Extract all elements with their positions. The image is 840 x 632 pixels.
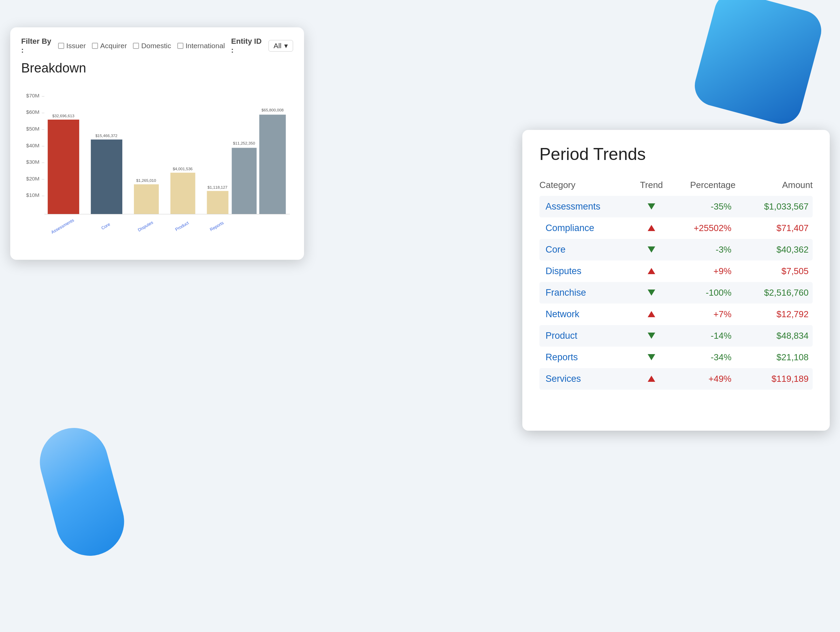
- checkbox-international[interactable]: [177, 43, 183, 49]
- filter-bar: Filter By : Issuer Acquirer Domestic Int…: [21, 37, 293, 55]
- trend-down-icon: [648, 333, 655, 339]
- trend-cell: [635, 260, 668, 282]
- pct-cell: +7%: [668, 304, 736, 325]
- svg-text:Disputes: Disputes: [137, 220, 154, 233]
- trend-cell: [635, 196, 668, 217]
- trends-row-network: Network+7%$12,792: [539, 304, 813, 325]
- trends-row-services: Services+49%$119,189: [539, 368, 813, 390]
- svg-text:Product: Product: [174, 220, 189, 232]
- svg-text:Reports: Reports: [209, 220, 224, 232]
- filter-issuer[interactable]: Issuer: [58, 42, 86, 50]
- trend-cell: [635, 217, 668, 239]
- trend-down-icon: [648, 290, 655, 296]
- breakdown-card: Filter By : Issuer Acquirer Domestic Int…: [10, 27, 304, 260]
- filter-acquirer[interactable]: Acquirer: [92, 42, 127, 50]
- svg-text:$15,466,372: $15,466,372: [95, 133, 117, 138]
- breakdown-chart: $70M $60M $50M $40M $30M $20M $10M $32,6…: [21, 82, 293, 246]
- trends-table: Category Trend Percentage Amount Assessm…: [539, 176, 813, 390]
- amount-cell: $21,108: [736, 347, 813, 368]
- trends-row-assessments: Assessments-35%$1,033,567: [539, 196, 813, 217]
- trend-up-icon: [648, 311, 655, 317]
- trend-down-icon: [648, 246, 655, 253]
- category-link-core[interactable]: Core: [546, 244, 566, 255]
- trends-row-product: Product-14%$48,834: [539, 325, 813, 347]
- trends-row-core: Core-3%$40,362: [539, 239, 813, 260]
- col-header-trend: Trend: [635, 176, 668, 196]
- svg-text:$30M: $30M: [26, 159, 39, 165]
- category-link-services[interactable]: Services: [546, 374, 581, 384]
- entity-id-label: Entity ID :: [231, 37, 262, 55]
- trends-row-reports: Reports-34%$21,108: [539, 347, 813, 368]
- trend-down-icon: [648, 203, 655, 209]
- amount-cell: $7,505: [736, 260, 813, 282]
- pct-cell: +9%: [668, 260, 736, 282]
- filter-domestic-label: Domestic: [141, 42, 171, 50]
- category-link-network[interactable]: Network: [546, 309, 579, 319]
- svg-rect-14: [48, 120, 79, 214]
- category-link-franchise[interactable]: Franchise: [546, 287, 586, 298]
- category-link-assessments[interactable]: Assessments: [546, 201, 600, 212]
- pct-cell: +49%: [668, 368, 736, 390]
- col-header-amount: Amount: [736, 176, 813, 196]
- svg-text:$20M: $20M: [26, 176, 39, 182]
- pct-cell: -35%: [668, 196, 736, 217]
- category-link-reports[interactable]: Reports: [546, 352, 578, 362]
- trend-cell: [635, 347, 668, 368]
- pct-cell: -100%: [668, 282, 736, 304]
- svg-text:$60M: $60M: [26, 109, 39, 115]
- amount-cell: $40,362: [736, 239, 813, 260]
- category-link-disputes[interactable]: Disputes: [546, 266, 581, 276]
- trend-cell: [635, 368, 668, 390]
- svg-rect-20: [134, 184, 159, 214]
- pct-cell: -3%: [668, 239, 736, 260]
- chevron-down-icon: ▾: [284, 42, 288, 50]
- checkbox-acquirer[interactable]: [92, 43, 98, 49]
- pct-cell: +25502%: [668, 217, 736, 239]
- svg-text:$1,118,127: $1,118,127: [208, 185, 227, 189]
- svg-text:$70M: $70M: [26, 93, 39, 98]
- svg-text:$40M: $40M: [26, 143, 39, 148]
- trends-title: Period Trends: [539, 144, 813, 164]
- pct-cell: -34%: [668, 347, 736, 368]
- trend-up-icon: [648, 225, 655, 231]
- deco-blue-pill: [32, 420, 132, 564]
- trend-cell: [635, 325, 668, 347]
- checkbox-domestic[interactable]: [133, 43, 139, 49]
- trends-row-compliance: Compliance+25502%$71,407: [539, 217, 813, 239]
- trends-row-franchise: Franchise-100%$2,516,760: [539, 282, 813, 304]
- filter-international[interactable]: International: [177, 42, 225, 50]
- amount-cell: $12,792: [736, 304, 813, 325]
- trend-up-icon: [648, 268, 655, 274]
- svg-text:$65,800,008: $65,800,008: [261, 108, 284, 112]
- trends-row-disputes: Disputes+9%$7,505: [539, 260, 813, 282]
- category-link-compliance[interactable]: Compliance: [546, 223, 594, 233]
- trends-card: Period Trends Category Trend Percentage …: [522, 130, 830, 431]
- svg-rect-23: [171, 173, 196, 214]
- deco-blue-top: [690, 0, 826, 128]
- chart-area: $70M $60M $50M $40M $30M $20M $10M $32,6…: [21, 82, 293, 246]
- filter-issuer-label: Issuer: [66, 42, 86, 50]
- trend-cell: [635, 304, 668, 325]
- pct-cell: -14%: [668, 325, 736, 347]
- svg-text:Assessments: Assessments: [50, 218, 75, 235]
- amount-cell: $119,189: [736, 368, 813, 390]
- checkbox-issuer[interactable]: [58, 43, 64, 49]
- svg-text:Core: Core: [100, 222, 111, 231]
- trend-cell: [635, 282, 668, 304]
- category-link-product[interactable]: Product: [546, 331, 577, 341]
- svg-text:$11,252,350: $11,252,350: [233, 141, 255, 145]
- amount-cell: $71,407: [736, 217, 813, 239]
- svg-text:$1,265,010: $1,265,010: [136, 178, 156, 182]
- entity-dropdown[interactable]: All ▾: [268, 40, 293, 52]
- filter-label: Filter By :: [21, 37, 52, 55]
- filter-domestic[interactable]: Domestic: [133, 42, 171, 50]
- svg-text:$32,696,613: $32,696,613: [52, 114, 74, 118]
- svg-rect-29: [232, 148, 257, 214]
- svg-rect-31: [259, 114, 286, 214]
- breakdown-title: Breakdown: [21, 61, 293, 76]
- amount-cell: $2,516,760: [736, 282, 813, 304]
- svg-rect-26: [207, 191, 229, 214]
- svg-text:$50M: $50M: [26, 126, 39, 131]
- entity-value: All: [274, 42, 281, 50]
- trend-down-icon: [648, 354, 655, 360]
